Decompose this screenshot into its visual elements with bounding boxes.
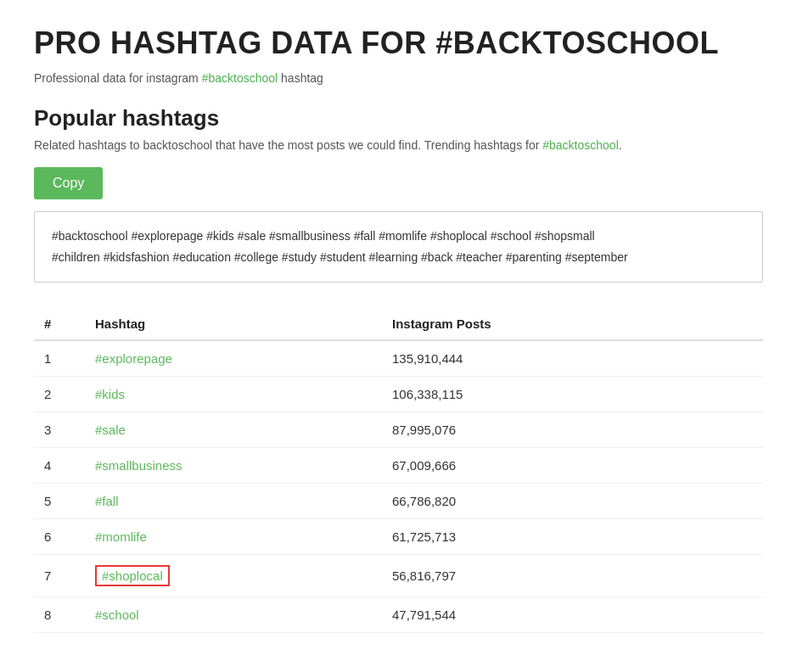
col-header-hashtag: Hashtag	[85, 308, 382, 340]
cell-posts: 106,338,115	[382, 377, 763, 412]
hashtag-link[interactable]: #sale	[95, 423, 126, 437]
hashtag-table: # Hashtag Instagram Posts 1#explorepage1…	[34, 308, 763, 633]
cell-num: 8	[34, 597, 85, 633]
hashtag-line-1: #backtoschool #explorepage #kids #sale #…	[52, 229, 595, 243]
cell-hashtag: #shoplocal	[85, 555, 382, 597]
col-header-posts: Instagram Posts	[382, 308, 763, 340]
cell-num: 1	[34, 340, 85, 377]
cell-num: 6	[34, 519, 85, 555]
hashtag-link[interactable]: #explorepage	[95, 351, 172, 366]
table-row: 7#shoplocal56,816,797	[34, 555, 763, 597]
cell-posts: 135,910,444	[382, 340, 763, 377]
copy-button[interactable]: Copy	[34, 167, 103, 199]
table-row: 1#explorepage135,910,444	[34, 340, 763, 377]
table-header-row: # Hashtag Instagram Posts	[34, 308, 763, 340]
cell-hashtag: #momlife	[85, 519, 382, 555]
cell-posts: 61,725,713	[382, 519, 763, 555]
hashtag-link[interactable]: #kids	[95, 387, 125, 401]
cell-posts: 67,009,666	[382, 448, 763, 484]
table-row: 2#kids106,338,115	[34, 377, 763, 412]
table-row: 6#momlife61,725,713	[34, 519, 763, 555]
cell-hashtag: #smallbusiness	[85, 448, 382, 484]
cell-posts: 66,786,820	[382, 484, 763, 519]
table-row: 8#school47,791,544	[34, 597, 763, 633]
hashtag-link[interactable]: #smallbusiness	[95, 458, 182, 473]
highlighted-hashtag[interactable]: #shoplocal	[95, 565, 170, 586]
section-title: Popular hashtags	[34, 105, 763, 132]
cell-hashtag: #fall	[85, 484, 382, 519]
cell-num: 4	[34, 448, 85, 484]
page-subtitle: Professional data for instagram #backtos…	[34, 71, 763, 85]
cell-hashtag: #kids	[85, 377, 382, 412]
hashtag-link[interactable]: #school	[95, 608, 139, 622]
hashtag-link[interactable]: #fall	[95, 494, 119, 508]
hashtag-text-box: #backtoschool #explorepage #kids #sale #…	[34, 211, 763, 283]
table-row: 4#smallbusiness67,009,666	[34, 448, 763, 484]
table-row: 3#sale87,995,076	[34, 412, 763, 448]
cell-posts: 47,791,544	[382, 597, 763, 633]
subtitle-link: #backtoschool	[202, 71, 278, 85]
cell-hashtag: #school	[85, 597, 382, 633]
hashtag-line-2: #children #kidsfashion #education #colle…	[52, 250, 628, 264]
page-title: PRO HASHTAG DATA FOR #BACKTOSCHOOL	[34, 25, 763, 61]
hashtag-link[interactable]: #momlife	[95, 529, 147, 544]
table-row: 5#fall66,786,820	[34, 484, 763, 519]
cell-num: 7	[34, 555, 85, 597]
cell-posts: 56,816,797	[382, 555, 763, 597]
cell-num: 3	[34, 412, 85, 448]
col-header-num: #	[34, 308, 85, 340]
cell-num: 5	[34, 484, 85, 519]
cell-num: 2	[34, 377, 85, 412]
cell-posts: 87,995,076	[382, 412, 763, 448]
section-description: Related hashtags to backtoschool that ha…	[34, 138, 763, 152]
cell-hashtag: #explorepage	[85, 340, 382, 377]
cell-hashtag: #sale	[85, 412, 382, 448]
